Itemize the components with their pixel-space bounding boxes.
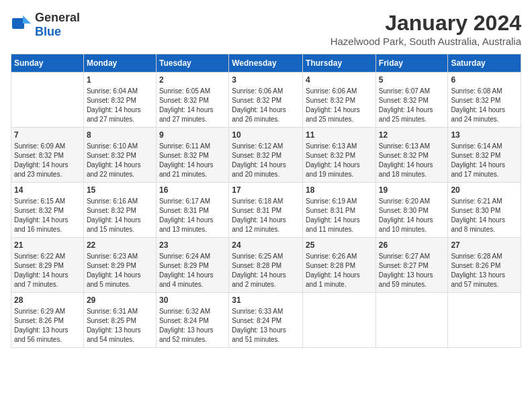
header-day-friday: Friday — [375, 54, 448, 73]
calendar-cell: 4Sunrise: 6:06 AM Sunset: 8:32 PM Daylig… — [303, 73, 376, 128]
calendar-cell: 12Sunrise: 6:13 AM Sunset: 8:32 PM Dayli… — [375, 128, 448, 183]
calendar-cell: 6Sunrise: 6:08 AM Sunset: 8:32 PM Daylig… — [448, 73, 521, 128]
calendar-cell: 25Sunrise: 6:26 AM Sunset: 8:28 PM Dayli… — [303, 238, 376, 293]
day-number: 29 — [87, 295, 153, 305]
day-info: Sunrise: 6:06 AM Sunset: 8:32 PM Dayligh… — [232, 87, 300, 124]
day-info: Sunrise: 6:17 AM Sunset: 8:31 PM Dayligh… — [159, 197, 226, 234]
calendar-cell — [303, 293, 376, 348]
day-number: 28 — [14, 295, 81, 305]
day-number: 10 — [232, 130, 300, 140]
calendar-cell: 2Sunrise: 6:05 AM Sunset: 8:32 PM Daylig… — [156, 73, 228, 128]
day-info: Sunrise: 6:14 AM Sunset: 8:32 PM Dayligh… — [451, 142, 518, 179]
day-number: 31 — [232, 295, 300, 305]
day-info: Sunrise: 6:10 AM Sunset: 8:32 PM Dayligh… — [87, 142, 153, 179]
day-info: Sunrise: 6:26 AM Sunset: 8:28 PM Dayligh… — [306, 252, 373, 289]
title-area: January 2024 Hazelwood Park, South Austr… — [330, 11, 521, 47]
header-area: General Blue January 2024 Hazelwood Park… — [11, 11, 521, 47]
calendar-cell: 5Sunrise: 6:07 AM Sunset: 8:32 PM Daylig… — [375, 73, 448, 128]
day-info: Sunrise: 6:05 AM Sunset: 8:32 PM Dayligh… — [159, 87, 226, 124]
header-day-monday: Monday — [83, 54, 156, 73]
logo-general: General — [35, 11, 80, 24]
calendar-cell: 16Sunrise: 6:17 AM Sunset: 8:31 PM Dayli… — [156, 183, 228, 238]
header-day-sunday: Sunday — [11, 54, 84, 73]
day-number: 14 — [14, 185, 81, 195]
calendar-cell: 15Sunrise: 6:16 AM Sunset: 8:32 PM Dayli… — [83, 183, 156, 238]
day-number: 3 — [232, 75, 300, 85]
day-info: Sunrise: 6:21 AM Sunset: 8:30 PM Dayligh… — [451, 197, 518, 234]
calendar-table: SundayMondayTuesdayWednesdayThursdayFrid… — [11, 54, 521, 348]
calendar-cell — [375, 293, 448, 348]
calendar-cell: 24Sunrise: 6:25 AM Sunset: 8:28 PM Dayli… — [229, 238, 303, 293]
day-number: 26 — [379, 240, 445, 250]
day-info: Sunrise: 6:09 AM Sunset: 8:32 PM Dayligh… — [14, 142, 81, 179]
calendar-cell: 8Sunrise: 6:10 AM Sunset: 8:32 PM Daylig… — [83, 128, 156, 183]
header-row: SundayMondayTuesdayWednesdayThursdayFrid… — [11, 54, 521, 73]
calendar-cell: 19Sunrise: 6:20 AM Sunset: 8:30 PM Dayli… — [375, 183, 448, 238]
day-info: Sunrise: 6:29 AM Sunset: 8:26 PM Dayligh… — [14, 307, 81, 345]
logo-blue: Blue — [35, 25, 61, 38]
calendar-cell: 30Sunrise: 6:32 AM Sunset: 8:24 PM Dayli… — [156, 293, 228, 348]
day-number: 11 — [306, 130, 373, 140]
header-day-saturday: Saturday — [448, 54, 521, 73]
logo: General Blue — [11, 11, 80, 39]
day-info: Sunrise: 6:24 AM Sunset: 8:29 PM Dayligh… — [159, 252, 226, 289]
week-row-0: 1Sunrise: 6:04 AM Sunset: 8:32 PM Daylig… — [11, 73, 521, 128]
day-number: 15 — [87, 185, 153, 195]
day-info: Sunrise: 6:13 AM Sunset: 8:32 PM Dayligh… — [379, 142, 445, 179]
day-info: Sunrise: 6:22 AM Sunset: 8:29 PM Dayligh… — [14, 252, 81, 289]
day-info: Sunrise: 6:11 AM Sunset: 8:32 PM Dayligh… — [159, 142, 226, 179]
day-info: Sunrise: 6:27 AM Sunset: 8:27 PM Dayligh… — [379, 252, 445, 289]
calendar-cell: 3Sunrise: 6:06 AM Sunset: 8:32 PM Daylig… — [229, 73, 303, 128]
day-number: 23 — [159, 240, 226, 250]
calendar-cell: 29Sunrise: 6:31 AM Sunset: 8:25 PM Dayli… — [83, 293, 156, 348]
calendar-cell: 18Sunrise: 6:19 AM Sunset: 8:31 PM Dayli… — [303, 183, 376, 238]
day-number: 19 — [379, 185, 445, 195]
day-number: 18 — [306, 185, 373, 195]
day-info: Sunrise: 6:08 AM Sunset: 8:32 PM Dayligh… — [451, 87, 518, 124]
week-row-3: 21Sunrise: 6:22 AM Sunset: 8:29 PM Dayli… — [11, 238, 521, 293]
logo-icon — [11, 13, 32, 37]
day-number: 27 — [451, 240, 518, 250]
day-number: 1 — [87, 75, 153, 85]
day-info: Sunrise: 6:33 AM Sunset: 8:24 PM Dayligh… — [232, 307, 300, 345]
day-number: 17 — [232, 185, 300, 195]
day-info: Sunrise: 6:06 AM Sunset: 8:32 PM Dayligh… — [306, 87, 373, 124]
day-number: 16 — [159, 185, 226, 195]
day-number: 8 — [87, 130, 153, 140]
day-info: Sunrise: 6:15 AM Sunset: 8:32 PM Dayligh… — [14, 197, 81, 234]
calendar-cell: 28Sunrise: 6:29 AM Sunset: 8:26 PM Dayli… — [11, 293, 84, 348]
svg-marker-1 — [23, 15, 31, 24]
calendar-cell: 7Sunrise: 6:09 AM Sunset: 8:32 PM Daylig… — [11, 128, 84, 183]
calendar-cell: 23Sunrise: 6:24 AM Sunset: 8:29 PM Dayli… — [156, 238, 228, 293]
day-info: Sunrise: 6:28 AM Sunset: 8:26 PM Dayligh… — [451, 252, 518, 289]
header-day-tuesday: Tuesday — [156, 54, 228, 73]
day-info: Sunrise: 6:04 AM Sunset: 8:32 PM Dayligh… — [87, 87, 153, 124]
week-row-4: 28Sunrise: 6:29 AM Sunset: 8:26 PM Dayli… — [11, 293, 521, 348]
day-number: 21 — [14, 240, 81, 250]
day-info: Sunrise: 6:12 AM Sunset: 8:32 PM Dayligh… — [232, 142, 300, 179]
day-info: Sunrise: 6:23 AM Sunset: 8:29 PM Dayligh… — [87, 252, 153, 289]
calendar-cell: 26Sunrise: 6:27 AM Sunset: 8:27 PM Dayli… — [375, 238, 448, 293]
calendar-cell: 21Sunrise: 6:22 AM Sunset: 8:29 PM Dayli… — [11, 238, 84, 293]
day-number: 30 — [159, 295, 226, 305]
calendar-cell: 10Sunrise: 6:12 AM Sunset: 8:32 PM Dayli… — [229, 128, 303, 183]
calendar-header: SundayMondayTuesdayWednesdayThursdayFrid… — [11, 54, 521, 73]
day-info: Sunrise: 6:20 AM Sunset: 8:30 PM Dayligh… — [379, 197, 445, 234]
day-number: 25 — [306, 240, 373, 250]
calendar-cell: 14Sunrise: 6:15 AM Sunset: 8:32 PM Dayli… — [11, 183, 84, 238]
day-number: 12 — [379, 130, 445, 140]
calendar-cell — [11, 73, 84, 128]
calendar-body: 1Sunrise: 6:04 AM Sunset: 8:32 PM Daylig… — [11, 73, 521, 348]
day-info: Sunrise: 6:18 AM Sunset: 8:31 PM Dayligh… — [232, 197, 300, 234]
day-number: 13 — [451, 130, 518, 140]
day-number: 2 — [159, 75, 226, 85]
calendar-title: January 2024 — [330, 11, 521, 36]
day-number: 22 — [87, 240, 153, 250]
calendar-cell: 1Sunrise: 6:04 AM Sunset: 8:32 PM Daylig… — [83, 73, 156, 128]
day-number: 24 — [232, 240, 300, 250]
calendar-cell: 31Sunrise: 6:33 AM Sunset: 8:24 PM Dayli… — [229, 293, 303, 348]
day-number: 9 — [159, 130, 226, 140]
calendar-cell: 11Sunrise: 6:13 AM Sunset: 8:32 PM Dayli… — [303, 128, 376, 183]
calendar-subtitle: Hazelwood Park, South Australia, Austral… — [330, 36, 521, 47]
day-number: 20 — [451, 185, 518, 195]
